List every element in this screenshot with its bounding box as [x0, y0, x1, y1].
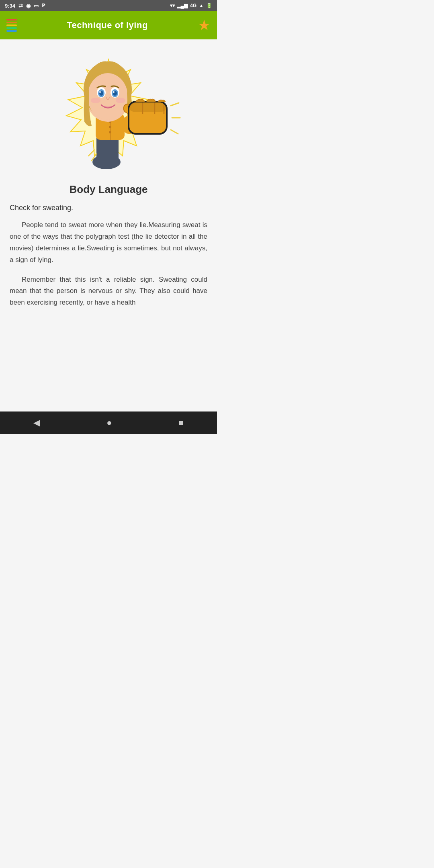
svg-point-19 — [91, 98, 100, 103]
favorite-button[interactable]: ★ — [198, 18, 211, 33]
menu-button[interactable] — [6, 19, 17, 32]
svg-point-7 — [109, 131, 111, 133]
status-right: ▾▾ ▂▄▆ 4G ▲ 🔋 — [170, 3, 212, 8]
text-content: Check for sweating. People tend to sweat… — [0, 204, 217, 317]
check-heading: Check for sweating. — [10, 204, 207, 212]
recents-button[interactable]: ■ — [169, 414, 193, 431]
app-title: Technique of lying — [67, 20, 148, 31]
svg-line-31 — [88, 150, 94, 156]
signal-bars: ▲ — [199, 3, 204, 8]
menu-line-4 — [6, 27, 17, 29]
battery-icon: 🔋 — [206, 3, 212, 8]
svg-point-14 — [99, 91, 101, 93]
status-bar: 9:34 ⇄ ◉ ▭ 𝐏 ▾▾ ▂▄▆ 4G ▲ 🔋 — [0, 0, 217, 11]
paragraph-1: People tend to sweat more when they lie.… — [10, 219, 207, 266]
back-button[interactable]: ◀ — [24, 414, 50, 431]
character-illustration — [36, 47, 181, 176]
menu-line-1 — [6, 19, 17, 20]
svg-point-20 — [116, 98, 125, 103]
signal-icon: ▂▄▆ — [177, 3, 188, 8]
main-content: Body Language Check for sweating. People… — [0, 39, 217, 411]
p-icon: 𝐏 — [42, 2, 45, 9]
figure-area — [36, 47, 181, 176]
call-forward-icon: ⇄ — [18, 3, 23, 9]
svg-line-30 — [171, 130, 178, 134]
svg-point-6 — [109, 126, 111, 128]
svg-point-18 — [113, 91, 115, 93]
menu-line-3 — [6, 25, 17, 26]
svg-point-10 — [88, 73, 128, 120]
status-time: 9:34 — [5, 3, 15, 9]
paragraph-2: Remember that this isn't a reliable sign… — [10, 274, 207, 309]
section-title: Body Language — [69, 183, 147, 196]
network-type: 4G — [190, 3, 197, 8]
display-icon: ▭ — [34, 3, 39, 9]
app-bar: Technique of lying ★ — [0, 11, 217, 39]
menu-line-5 — [6, 30, 17, 32]
wifi-icon: ▾▾ — [170, 3, 175, 8]
bottom-navigation: ◀ ● ■ — [0, 411, 217, 434]
status-left: 9:34 ⇄ ◉ ▭ 𝐏 — [5, 2, 45, 9]
svg-rect-23 — [129, 102, 166, 112]
home-button[interactable]: ● — [97, 414, 121, 431]
svg-line-28 — [171, 103, 179, 106]
illustration-container — [0, 39, 217, 180]
menu-line-2 — [6, 22, 17, 23]
chrome-icon: ◉ — [26, 3, 31, 9]
